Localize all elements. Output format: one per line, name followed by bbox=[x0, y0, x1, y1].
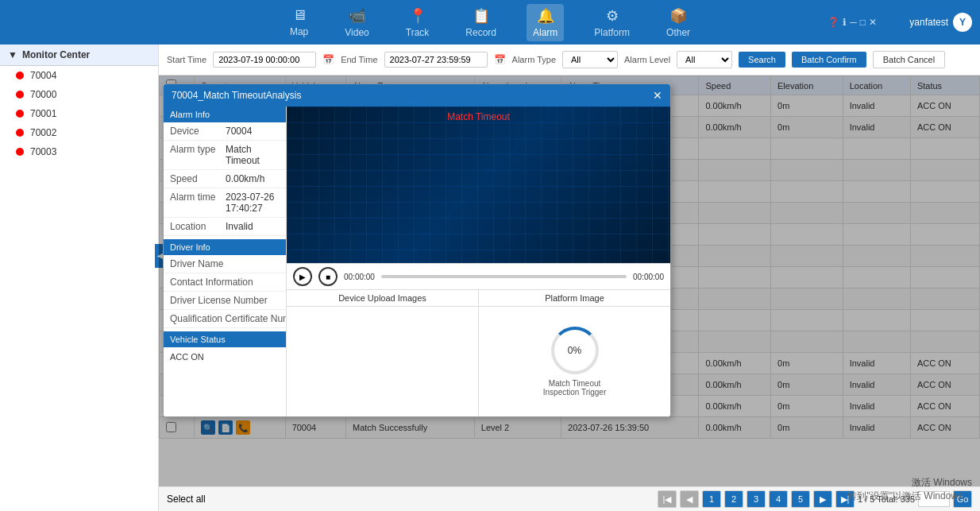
driver-license-label: Driver License Number bbox=[170, 295, 268, 306]
page-1[interactable]: 1 bbox=[702, 490, 721, 508]
video-placeholder bbox=[287, 106, 670, 263]
alarm-level-select[interactable]: All bbox=[677, 51, 732, 68]
vehicle-status-dot-70000 bbox=[16, 91, 24, 99]
info-speed: Speed 0.00km/h bbox=[164, 170, 286, 188]
maximize-icon[interactable]: □ bbox=[860, 17, 866, 28]
time-total: 00:00:00 bbox=[633, 273, 664, 281]
play-button[interactable]: ▶ bbox=[293, 267, 312, 286]
contact-label: Contact Information bbox=[170, 277, 253, 288]
calendar-icon-start[interactable]: 📅 bbox=[322, 54, 334, 65]
sidebar-vehicle-70004: 70004 bbox=[30, 70, 56, 81]
modal-body: Alarm Info Device 70004 Alarm type Match… bbox=[164, 106, 670, 416]
video-area: Match Timeout bbox=[287, 106, 670, 263]
page-first[interactable]: |◀ bbox=[658, 490, 677, 508]
device-upload-content bbox=[287, 307, 478, 416]
nav-video[interactable]: 📹 Video bbox=[338, 4, 375, 41]
search-button[interactable]: Search bbox=[739, 52, 785, 68]
nav-track-label: Track bbox=[406, 27, 430, 38]
alarm-detail-modal: 70004_Match TimeoutAnalysis ✕ Alarm Info… bbox=[163, 83, 671, 417]
progress-label: Match TimeoutInspection Trigger bbox=[543, 379, 607, 397]
start-time-input[interactable] bbox=[213, 52, 316, 68]
content-area: Start Time 📅 End Time 📅 Alarm Type All A… bbox=[159, 45, 980, 511]
page-next[interactable]: ▶ bbox=[813, 490, 832, 508]
select-all-label: Select all bbox=[167, 494, 206, 505]
sidebar: ▼ Monitor Center 70004 70000 70001 70002… bbox=[0, 45, 159, 511]
modal-titlebar: 70004_Match TimeoutAnalysis ✕ bbox=[164, 84, 670, 106]
driver-info-header: Driver Info bbox=[164, 239, 286, 255]
modal-close-button[interactable]: ✕ bbox=[653, 89, 662, 102]
info-driver-name: Driver Name bbox=[164, 255, 286, 273]
sidebar-vehicle-70002: 70002 bbox=[30, 127, 56, 138]
top-navigation: 🖥 Map 📹 Video 📍 Track 📋 Record 🔔 Alarm ⚙… bbox=[0, 0, 980, 45]
nav-platform[interactable]: ⚙ Platform bbox=[588, 4, 636, 41]
help-icon[interactable]: ❓ bbox=[828, 17, 839, 28]
nav-track[interactable]: 📍 Track bbox=[399, 4, 436, 41]
user-avatar: Y bbox=[953, 13, 972, 32]
info-alarm-time: Alarm time 2023-07-26 17:40:27 bbox=[164, 188, 286, 218]
vehicle-status-dot-70001 bbox=[16, 110, 24, 118]
location-label: Location bbox=[170, 221, 226, 232]
sidebar-item-70002[interactable]: 70002 bbox=[0, 123, 158, 142]
table-area: Operate Vehicle Alarm Type Alarm Level A… bbox=[159, 75, 980, 486]
user-area: yanfatest Y bbox=[909, 13, 972, 32]
progress-value: 0% bbox=[568, 345, 581, 356]
select-all-area: Select all bbox=[167, 494, 206, 505]
alarm-level-label: Alarm Level bbox=[624, 55, 670, 64]
speed-value: 0.00km/h bbox=[226, 173, 264, 184]
video-slider[interactable] bbox=[381, 275, 627, 278]
calendar-icon-end[interactable]: 📅 bbox=[494, 54, 506, 65]
nav-record[interactable]: 📋 Record bbox=[459, 4, 503, 41]
map-icon: 🖥 bbox=[292, 7, 307, 24]
sidebar-vehicle-70000: 70000 bbox=[30, 89, 56, 100]
vehicle-status-dot-70004 bbox=[16, 72, 24, 79]
device-upload-section: Device Upload Images bbox=[287, 290, 479, 416]
info-icon[interactable]: ℹ bbox=[843, 17, 847, 28]
sidebar-item-70004[interactable]: 70004 bbox=[0, 66, 158, 85]
page-5[interactable]: 5 bbox=[791, 490, 810, 508]
images-section: Device Upload Images Platform Image 0% bbox=[287, 289, 670, 416]
device-value: 70004 bbox=[226, 126, 252, 137]
top-right-icons: ❓ ℹ ─ □ ✕ bbox=[828, 17, 877, 28]
record-icon: 📋 bbox=[473, 7, 490, 25]
minimize-icon[interactable]: ─ bbox=[850, 17, 857, 28]
sidebar-item-70000[interactable]: 70000 bbox=[0, 85, 158, 104]
other-icon: 📦 bbox=[669, 7, 687, 25]
page-2[interactable]: 2 bbox=[724, 490, 743, 508]
alarm-time-value: 2023-07-26 17:40:27 bbox=[226, 192, 280, 214]
video-controls: ▶ ■ 00:00:00 00:00:00 bbox=[287, 263, 670, 289]
sidebar-item-70001[interactable]: 70001 bbox=[0, 104, 158, 123]
page-3[interactable]: 3 bbox=[747, 490, 766, 508]
platform-image-section: Platform Image 0% Match TimeoutInspectio… bbox=[479, 290, 670, 416]
page-prev[interactable]: ◀ bbox=[680, 490, 699, 508]
video-icon: 📹 bbox=[349, 7, 366, 25]
start-time-label: Start Time bbox=[167, 55, 206, 64]
sidebar-header: ▼ Monitor Center bbox=[0, 45, 158, 66]
sidebar-vehicle-70001: 70001 bbox=[30, 108, 56, 119]
nav-other[interactable]: 📦 Other bbox=[660, 4, 696, 41]
stop-button[interactable]: ■ bbox=[318, 267, 338, 286]
alarm-type-select[interactable]: All bbox=[562, 51, 618, 68]
info-alarm-type: Alarm type Match Timeout bbox=[164, 141, 286, 170]
platform-image-content: 0% Match TimeoutInspection Trigger bbox=[479, 307, 670, 416]
page-4[interactable]: 4 bbox=[769, 490, 788, 508]
batch-confirm-button[interactable]: Batch Confirm bbox=[792, 52, 866, 68]
modal-video-panel: Match Timeout ▶ ■ 00:00:00 00:00:00 bbox=[287, 106, 670, 416]
video-grid bbox=[287, 106, 670, 263]
progress-circle: 0% bbox=[551, 327, 599, 374]
platform-icon: ⚙ bbox=[606, 7, 619, 25]
activate-line2: 转到"设置"以激活 Windows。 bbox=[847, 490, 972, 503]
nav-other-label: Other bbox=[666, 27, 690, 38]
modal-title: 70004_Match TimeoutAnalysis bbox=[172, 90, 301, 101]
nav-alarm[interactable]: 🔔 Alarm bbox=[527, 4, 564, 41]
batch-cancel-button[interactable]: Batch Cancel bbox=[873, 51, 945, 68]
end-time-input[interactable] bbox=[384, 52, 488, 68]
sidebar-vehicle-70003: 70003 bbox=[30, 146, 56, 157]
nav-alarm-label: Alarm bbox=[533, 27, 558, 38]
sidebar-expand-icon[interactable]: ▼ bbox=[8, 49, 17, 60]
close-icon[interactable]: ✕ bbox=[869, 17, 877, 28]
device-upload-header: Device Upload Images bbox=[287, 290, 478, 307]
vehicle-status-dot-70002 bbox=[16, 129, 24, 137]
modal-info-panel: Alarm Info Device 70004 Alarm type Match… bbox=[164, 106, 287, 416]
sidebar-item-70003[interactable]: 70003 bbox=[0, 142, 158, 161]
nav-map[interactable]: 🖥 Map bbox=[284, 4, 314, 41]
